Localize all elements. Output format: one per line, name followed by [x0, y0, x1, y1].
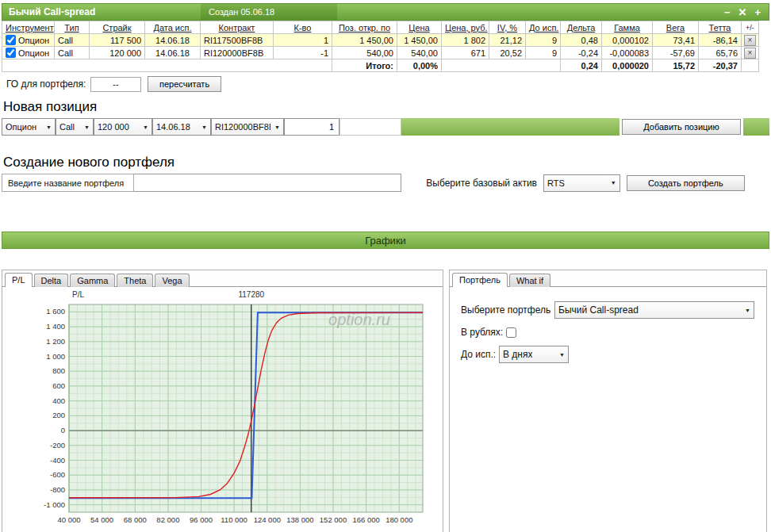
- col-header-contract[interactable]: Контракт: [201, 21, 274, 34]
- tab-gamma[interactable]: Gamma: [70, 274, 115, 287]
- days-cell: 9: [526, 34, 561, 47]
- col-header-days[interactable]: До исп.: [526, 21, 561, 34]
- days-cell: 9: [526, 47, 561, 59]
- col-header-qty[interactable]: К-во: [274, 21, 332, 34]
- delta-cell: 0,48: [561, 34, 602, 47]
- positions-table: Инструмент Тип Страйк Дата исп. Контракт…: [2, 21, 759, 72]
- option-type-select[interactable]: Call: [56, 118, 94, 136]
- quantity-input[interactable]: [284, 118, 339, 136]
- qty-cell: 1: [274, 34, 332, 47]
- delta-cell: -0,24: [561, 47, 602, 59]
- contract-select-value: RI120000BF8B: [215, 122, 270, 132]
- tab-what-if[interactable]: What if: [509, 274, 550, 287]
- days-row: До исп.: В днях: [461, 346, 755, 363]
- col-header-exp-date[interactable]: Дата исп.: [145, 21, 201, 34]
- col-header-plus-minus: +/-: [742, 21, 759, 34]
- svg-text:68 000: 68 000: [124, 515, 147, 524]
- svg-text:166 000: 166 000: [352, 515, 379, 524]
- portfolio-select-value: Бычий Call-spread: [558, 304, 639, 316]
- svg-text:-600: -600: [50, 470, 65, 479]
- chart-tabs: P/L Delta Gamma Theta Vega: [2, 270, 443, 287]
- strike-cell: 117 500: [90, 34, 145, 47]
- strike-cell: 120 000: [90, 47, 145, 59]
- col-header-instrument[interactable]: Инструмент: [2, 21, 55, 34]
- col-header-iv[interactable]: IV, %: [489, 21, 526, 34]
- gamma-cell: 0,000102: [602, 34, 653, 47]
- iv-cell: 21,12: [489, 34, 526, 47]
- svg-text:400: 400: [52, 396, 65, 405]
- base-asset-select[interactable]: RTS: [543, 174, 620, 192]
- position-checkbox[interactable]: [6, 35, 16, 45]
- minimize-icon[interactable]: −: [724, 7, 731, 17]
- portfolio-name-label: Введите название портфеля: [2, 174, 134, 192]
- svg-text:1 200: 1 200: [46, 337, 65, 346]
- price-rub-cell: 1 802: [442, 34, 489, 47]
- theta-cell: 65,76: [699, 47, 742, 59]
- new-portfolio-row: Введите название портфеля Выберите базов…: [2, 174, 745, 192]
- svg-text:-800: -800: [50, 485, 65, 494]
- tab-vega[interactable]: Vega: [155, 274, 189, 287]
- svg-text:1 000: 1 000: [46, 352, 65, 361]
- price-cell: 540,00: [397, 47, 442, 59]
- price-cell: 1 450,00: [397, 34, 442, 47]
- svg-text:96 000: 96 000: [190, 515, 213, 524]
- rubles-checkbox[interactable]: [506, 327, 516, 338]
- col-header-delta[interactable]: Дельта: [561, 21, 602, 34]
- price-rub-cell: 671: [442, 47, 489, 59]
- tab-theta[interactable]: Theta: [117, 274, 153, 287]
- exp-date-select[interactable]: 14.06.18: [152, 118, 211, 136]
- col-header-type[interactable]: Тип: [55, 21, 90, 34]
- col-header-price-rub[interactable]: Цена, руб.: [442, 21, 489, 34]
- svg-text:138 000: 138 000: [286, 515, 313, 524]
- delete-position-icon[interactable]: ×: [744, 48, 756, 59]
- svg-text:82 000: 82 000: [156, 515, 179, 524]
- portfolio-name-input[interactable]: [134, 174, 401, 192]
- portfolio-tabs: Портфель What if: [450, 270, 766, 287]
- delete-position-icon[interactable]: ×: [744, 35, 756, 46]
- svg-text:110 000: 110 000: [221, 515, 247, 524]
- option-type-select-value: Call: [59, 122, 75, 132]
- col-header-price[interactable]: Цена: [397, 21, 442, 34]
- instrument-label: Опцион: [18, 36, 49, 45]
- type-cell: Call: [55, 34, 90, 47]
- totals-gamma: 0,000020: [602, 59, 653, 72]
- gamma-cell: -0,000083: [602, 47, 653, 59]
- add-icon[interactable]: +: [754, 7, 761, 17]
- margin-row: ГО для портфеля: -- пересчитать: [2, 75, 769, 93]
- create-portfolio-button[interactable]: Создать портфель: [627, 175, 745, 191]
- vega-cell: 73,41: [653, 34, 699, 47]
- pl-chart: option.ru117280P/L-1 000-800-600-400-200…: [2, 287, 443, 531]
- position-checkbox[interactable]: [6, 48, 16, 58]
- contract-select[interactable]: RI120000BF8B: [211, 118, 284, 136]
- contract-cell: RI117500BF8B: [201, 34, 274, 47]
- tab-portfolio[interactable]: Портфель: [452, 273, 508, 287]
- close-icon[interactable]: ✕: [738, 7, 747, 17]
- strike-select[interactable]: 120 000: [94, 118, 152, 136]
- add-position-button[interactable]: Добавить позицию: [622, 119, 741, 135]
- col-header-theta[interactable]: Тетта: [699, 21, 742, 34]
- tab-pl[interactable]: P/L: [5, 273, 33, 287]
- col-header-vega[interactable]: Вега: [653, 21, 699, 34]
- svg-text:0: 0: [61, 426, 65, 434]
- svg-text:124 000: 124 000: [254, 515, 281, 524]
- svg-text:-1 000: -1 000: [44, 500, 65, 509]
- base-asset-label: Выберите базовый актив: [401, 178, 543, 189]
- portfolio-app: Бычий Call-spread Создан 05.06.18 − ✕ + …: [0, 0, 771, 532]
- instrument-select[interactable]: Опцион: [2, 118, 56, 136]
- totals-delta: 0,24: [561, 59, 602, 72]
- days-mode-label: До исп.:: [461, 349, 499, 360]
- exp-date-select-value: 14.06.18: [156, 122, 190, 132]
- svg-text:600: 600: [52, 381, 65, 390]
- totals-row: Итого: 0,00% 0,24 0,000020 15,72 -20,37: [2, 59, 759, 72]
- instrument-label: Опцион: [18, 48, 49, 58]
- recalculate-button[interactable]: пересчитать: [148, 76, 221, 92]
- col-header-open-pos[interactable]: Поз. откр. по: [332, 21, 397, 34]
- col-header-gamma[interactable]: Гамма: [602, 21, 653, 34]
- bottom-panels: P/L Delta Gamma Theta Vega option.ru1172…: [2, 270, 769, 532]
- window-controls: − ✕ +: [716, 4, 769, 20]
- days-mode-select[interactable]: В днях: [499, 346, 569, 363]
- col-header-strike[interactable]: Страйк: [90, 21, 145, 34]
- margin-value: --: [90, 77, 141, 92]
- portfolio-select[interactable]: Бычий Call-spread: [554, 301, 754, 319]
- tab-delta[interactable]: Delta: [34, 274, 69, 287]
